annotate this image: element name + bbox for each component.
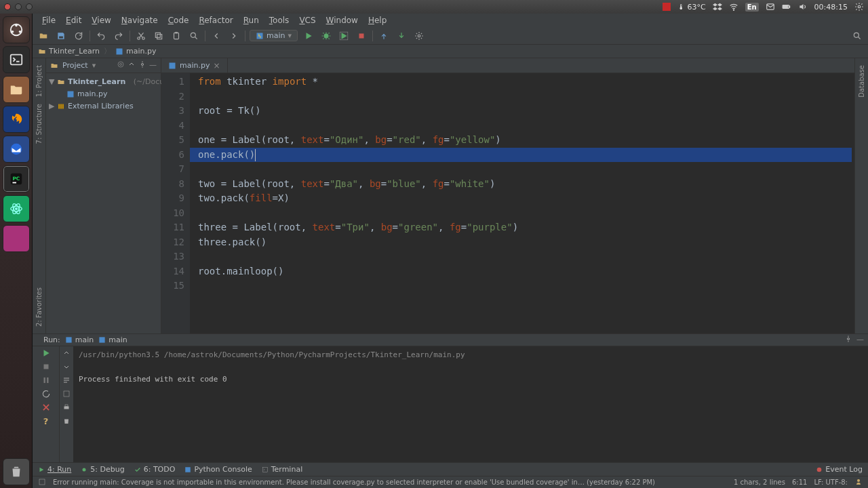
- dash-icon[interactable]: [3, 16, 30, 43]
- search-everywhere-icon[interactable]: [850, 29, 864, 43]
- terminal-icon[interactable]: [3, 46, 30, 73]
- open-icon[interactable]: [37, 29, 50, 43]
- tray-clock[interactable]: 00:48:15: [814, 3, 848, 12]
- gear-icon[interactable]: [138, 60, 146, 70]
- hide-icon[interactable]: —: [149, 60, 157, 70]
- tray-record-icon[interactable]: [663, 3, 671, 11]
- settings-gear-icon[interactable]: [854, 2, 864, 12]
- tree-project-root[interactable]: ▼ Tkinter_Learn (~/Docum: [49, 76, 158, 88]
- help-icon[interactable]: ?: [41, 415, 52, 426]
- svg-point-9: [11, 30, 14, 33]
- restart-icon[interactable]: [41, 388, 52, 399]
- run-icon[interactable]: [302, 29, 315, 43]
- stop-icon[interactable]: [355, 29, 368, 43]
- menu-window[interactable]: Window: [322, 14, 362, 26]
- target-icon[interactable]: [117, 60, 125, 70]
- bottom-tab-terminal[interactable]: Terminal: [262, 465, 303, 474]
- bottom-tab-run[interactable]: 4: Run: [38, 465, 71, 474]
- redo-icon[interactable]: [112, 29, 125, 43]
- tab-structure[interactable]: 7: Structure: [35, 104, 43, 144]
- firefox-icon[interactable]: [3, 106, 30, 133]
- menu-help[interactable]: Help: [364, 14, 391, 26]
- tab-favorites[interactable]: 2: Favorites: [35, 287, 43, 327]
- breadcrumb-file[interactable]: main.py: [115, 47, 156, 56]
- run-cfg-2[interactable]: main: [98, 336, 127, 344]
- debug-icon[interactable]: [319, 29, 333, 43]
- tree-external-libs[interactable]: ▶ External Libraries: [49, 100, 158, 113]
- editor-tab-main[interactable]: main.py ×: [161, 58, 228, 73]
- tree-file-main[interactable]: main.py: [49, 88, 158, 100]
- menu-edit[interactable]: Edit: [62, 14, 85, 26]
- up-icon[interactable]: [61, 348, 72, 359]
- breadcrumb-project[interactable]: Tkinter_Learn: [38, 47, 100, 56]
- tray-lang[interactable]: En: [745, 3, 759, 12]
- copy-icon[interactable]: [152, 29, 165, 43]
- app-icon[interactable]: [3, 225, 30, 252]
- bottom-tab-todo[interactable]: 6: TODO: [134, 465, 176, 474]
- battery-icon[interactable]: [782, 2, 791, 12]
- wifi-icon[interactable]: [729, 2, 738, 12]
- console-output[interactable]: /usr/bin/python3.5 /home/astrok/Document…: [73, 346, 868, 462]
- rerun-icon[interactable]: [41, 348, 52, 359]
- trash-icon[interactable]: [3, 458, 30, 485]
- settings-icon[interactable]: [412, 29, 426, 43]
- bottom-tab-eventlog[interactable]: Event Log: [816, 465, 863, 474]
- hector-icon[interactable]: [854, 478, 863, 487]
- forward-icon[interactable]: [227, 29, 241, 43]
- run-cfg-1[interactable]: main: [65, 336, 94, 344]
- collapse-icon[interactable]: [127, 60, 136, 70]
- paste-icon[interactable]: [170, 29, 183, 43]
- status-icon[interactable]: [38, 478, 46, 487]
- close-icon[interactable]: [4, 3, 11, 10]
- cut-icon[interactable]: [134, 29, 148, 43]
- menu-tools[interactable]: Tools: [265, 14, 294, 26]
- menu-file[interactable]: File: [38, 14, 60, 26]
- bottom-tab-pyconsole[interactable]: Python Console: [184, 465, 252, 474]
- close-tab-icon[interactable]: ×: [213, 62, 220, 70]
- run-config-select[interactable]: main ▾: [250, 30, 298, 41]
- svg-rect-3: [789, 6, 789, 7]
- files-icon[interactable]: [3, 76, 30, 103]
- minimize-icon[interactable]: [15, 3, 22, 10]
- find-icon[interactable]: [187, 29, 201, 43]
- save-icon[interactable]: [54, 29, 68, 43]
- close-run-icon[interactable]: [41, 402, 52, 413]
- vcs-commit-icon[interactable]: [395, 29, 408, 43]
- menu-view[interactable]: View: [87, 14, 115, 26]
- stop-run-icon[interactable]: [41, 361, 52, 372]
- soft-wrap-icon[interactable]: [61, 375, 72, 386]
- menu-vcs[interactable]: VCS: [295, 14, 319, 26]
- menu-refactor[interactable]: Refactor: [195, 14, 237, 26]
- menu-code[interactable]: Code: [164, 14, 193, 26]
- maximize-icon[interactable]: [26, 3, 33, 10]
- svg-rect-38: [68, 92, 74, 98]
- coverage-icon[interactable]: [337, 29, 351, 43]
- volume-icon[interactable]: [798, 2, 808, 12]
- svg-rect-46: [43, 365, 48, 369]
- print-icon[interactable]: [61, 402, 72, 413]
- down-icon[interactable]: [61, 361, 72, 372]
- tab-database[interactable]: Database: [858, 65, 865, 98]
- back-icon[interactable]: [210, 29, 223, 43]
- refresh-icon[interactable]: [72, 29, 85, 43]
- pause-icon[interactable]: [41, 375, 52, 386]
- os-titlebar: 🌡 63°C En 00:48:15: [0, 0, 868, 14]
- svg-rect-59: [39, 479, 45, 485]
- tab-project[interactable]: 1: Project: [35, 65, 43, 97]
- undo-icon[interactable]: [94, 29, 108, 43]
- mail-icon[interactable]: [766, 2, 775, 12]
- pycharm-icon[interactable]: PC: [3, 165, 30, 192]
- vcs-update-icon[interactable]: [377, 29, 391, 43]
- scroll-end-icon[interactable]: [61, 388, 72, 399]
- atom-icon[interactable]: [3, 195, 30, 222]
- run-settings-icon[interactable]: [844, 335, 852, 345]
- bottom-tab-debug[interactable]: 5: Debug: [81, 465, 124, 474]
- project-tree[interactable]: ▼ Tkinter_Learn (~/Docum main.py ▶ Exter…: [46, 73, 161, 333]
- code-editor[interactable]: 123456789101112131415 from tkinter impor…: [161, 73, 854, 333]
- clear-icon[interactable]: [61, 415, 72, 426]
- menu-navigate[interactable]: Navigate: [117, 14, 162, 26]
- run-hide-icon[interactable]: —: [856, 335, 864, 345]
- menu-run[interactable]: Run: [239, 14, 263, 26]
- dropbox-icon[interactable]: [713, 2, 722, 12]
- thunderbird-icon[interactable]: [3, 136, 30, 163]
